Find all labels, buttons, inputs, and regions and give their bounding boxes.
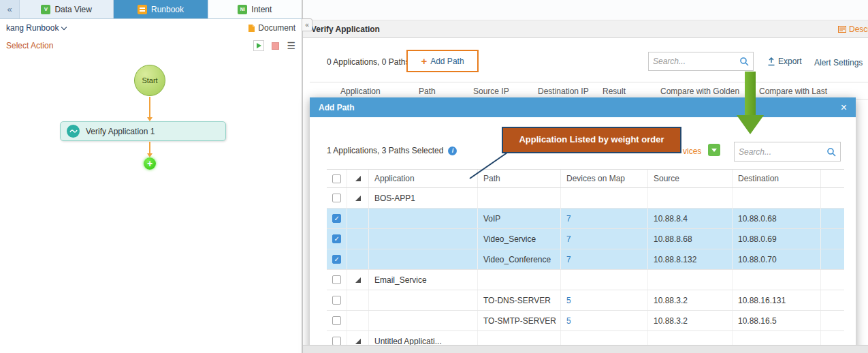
col-destination-ip: Destination IP [538, 87, 589, 96]
path-row[interactable]: TO-SMTP-SERVER510.88.3.210.88.16.5 [327, 311, 844, 331]
menu-icon[interactable]: ☰ [287, 41, 295, 50]
collapse-icon[interactable] [355, 196, 361, 201]
tab-runbook[interactable]: Runbook [113, 0, 207, 18]
source-cell [648, 188, 733, 208]
export-button[interactable]: Export [767, 57, 802, 66]
panel-tabbar: « V Data View Runbook NI Intent [0, 0, 302, 19]
path-row[interactable]: Video_Service710.88.8.6810.88.0.69 [327, 229, 844, 249]
application-group-row[interactable]: BOS-APP1 [327, 188, 844, 209]
annotation-callout: Application Listed by weight order [502, 127, 681, 153]
collapse-icon[interactable] [355, 339, 361, 344]
destination-cell: 10.88.16.5 [733, 311, 821, 331]
application-cell [369, 311, 478, 331]
devices-cell: 7 [561, 249, 648, 269]
destination-cell [733, 188, 821, 208]
col-result: Result [602, 87, 626, 96]
info-icon[interactable]: i [448, 147, 457, 155]
devices-on-map-link[interactable]: 5 [566, 296, 571, 305]
row-checkbox[interactable] [332, 275, 341, 284]
description-button[interactable]: Description [838, 25, 868, 34]
destination-cell: 10.88.16.131 [733, 290, 821, 310]
runbook-panel: « V Data View Runbook NI Intent kang Run… [0, 0, 302, 353]
close-icon[interactable]: × [841, 102, 847, 113]
path-cell [478, 188, 561, 208]
row-checkbox[interactable] [332, 316, 341, 325]
row-checkbox[interactable] [332, 234, 341, 243]
play-icon [257, 43, 261, 48]
modal-table-header: Application Path Devices on Map Source D… [327, 169, 844, 188]
collapse-left-panel-button[interactable]: « [302, 18, 312, 31]
modal-table-body: BOS-APP1VoIP710.88.8.410.88.0.68Video_Se… [327, 188, 844, 352]
path-cell: VoIP [478, 209, 561, 228]
application-cell: Email_Service [369, 270, 478, 290]
devices-cell [561, 188, 648, 208]
runbook-selector[interactable]: kang Runbook [6, 23, 66, 33]
applications-paths-summary: 0 Applications, 0 Paths [327, 57, 409, 67]
select-all-checkbox[interactable] [332, 174, 341, 183]
devices-on-map-link[interactable]: 5 [566, 316, 571, 326]
collapse-all-icon[interactable] [355, 176, 361, 181]
search-input[interactable] [739, 147, 826, 157]
row-checkbox[interactable] [332, 194, 341, 202]
row-checkbox[interactable] [332, 255, 341, 264]
devices-dropdown-button[interactable] [708, 144, 720, 156]
collapse-icon[interactable] [355, 277, 361, 283]
panel-collapse-icon[interactable]: « [0, 0, 19, 18]
path-row[interactable]: Video_Conference710.88.8.13210.88.0.70 [327, 249, 844, 270]
path-row[interactable]: TO-DNS-SERVER510.88.3.210.88.16.131 [327, 290, 844, 311]
horizontal-scrollbar[interactable] [303, 345, 868, 353]
search-icon[interactable] [826, 147, 836, 157]
row-checkbox[interactable] [332, 214, 341, 223]
devices-cell: 7 [561, 229, 648, 249]
start-node[interactable]: Start [134, 65, 165, 96]
verify-application-pane: Verify Application Description 0 Applica… [303, 0, 868, 353]
devices-cell [561, 270, 648, 290]
runbook-name: kang Runbook [6, 23, 59, 33]
application-cell [369, 290, 478, 310]
application-cell [369, 229, 478, 249]
path-cell: TO-SMTP-SERVER [478, 311, 561, 331]
search-input[interactable] [653, 57, 739, 66]
devices-cell: 5 [561, 311, 648, 331]
tab-intent[interactable]: NI Intent [208, 0, 302, 18]
tab-data-view[interactable]: V Data View [19, 0, 113, 18]
path-row[interactable]: VoIP710.88.8.410.88.0.68 [327, 209, 844, 229]
path-cell [478, 270, 561, 290]
path-cell: TO-DNS-SERVER [478, 290, 561, 310]
dialog-search [734, 142, 841, 162]
row-checkbox[interactable] [332, 296, 341, 305]
alert-settings-button[interactable]: Alert Settings [814, 58, 863, 67]
stop-icon[interactable] [272, 42, 279, 50]
document-button[interactable]: Document [248, 23, 295, 33]
run-button[interactable] [253, 40, 264, 51]
col-compare-last: Compare with Last [759, 87, 827, 96]
application-group-row[interactable]: Email_Service [327, 270, 844, 290]
application-cell [369, 249, 478, 269]
add-path-button[interactable]: + Add Path [406, 50, 479, 72]
plus-icon: + [421, 56, 427, 66]
search-icon[interactable] [739, 57, 749, 66]
col-path: Path [419, 87, 436, 96]
action-node-verify-application[interactable]: Verify Application 1 [60, 121, 226, 141]
add-node-button[interactable]: + [144, 157, 156, 170]
flow-connector [149, 97, 150, 117]
chevron-down-icon [61, 25, 67, 30]
devices-selector-label[interactable]: vices [683, 147, 701, 156]
col-source: Source [648, 170, 733, 187]
devices-on-map-link[interactable]: 7 [566, 255, 571, 264]
devices-cell: 5 [561, 290, 648, 310]
devices-on-map-link[interactable]: 7 [566, 234, 571, 244]
source-cell: 10.88.8.132 [648, 249, 733, 269]
col-application: Application [340, 87, 381, 96]
selection-summary: 1 Applications, 3 Paths Selected [327, 146, 443, 155]
paths-search [648, 52, 754, 71]
tab-label: Data View [54, 5, 91, 14]
app-window: « V Data View Runbook NI Intent kang Run… [0, 0, 868, 353]
devices-on-map-link[interactable]: 7 [566, 214, 571, 224]
devices-cell: 7 [561, 209, 648, 228]
destination-cell: 10.88.0.70 [733, 249, 821, 269]
select-action-label: Select Action [6, 41, 53, 50]
export-icon [767, 57, 775, 66]
source-cell: 10.88.3.2 [648, 311, 733, 331]
data-view-icon: V [41, 5, 50, 14]
